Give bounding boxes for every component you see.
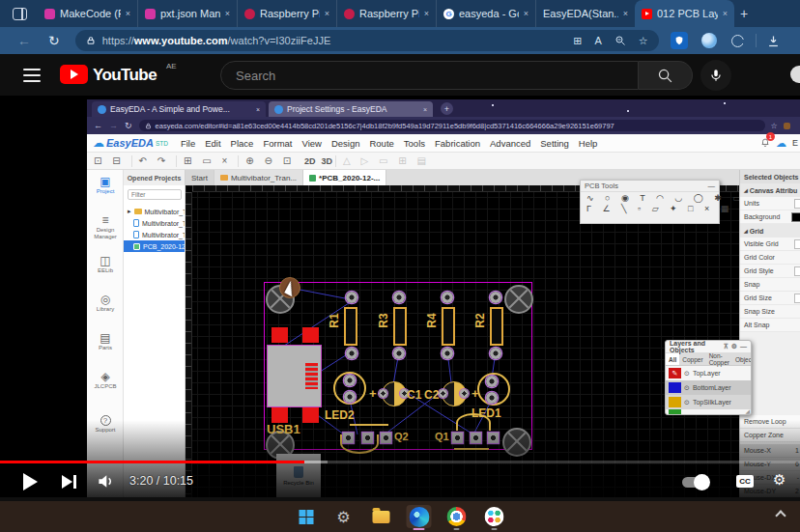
search-input[interactable]: [236, 69, 638, 83]
recorded-address-bar: ← → ↻ easyeda.com/editor#id=a81e63ced00e…: [87, 117, 800, 134]
volume-icon[interactable]: [97, 472, 115, 490]
voice-search-button[interactable]: [700, 60, 731, 91]
rail-item-library: ◎Library: [87, 294, 124, 313]
silkscreen-ref: R1: [328, 313, 341, 327]
raspberry-favicon: [344, 9, 355, 19]
rail-item-design-manager: ≡Design Manager: [87, 214, 124, 240]
downloads-icon[interactable]: [766, 34, 781, 48]
browser-tab-makecode[interactable]: MakeCode (P) ×: [38, 0, 137, 27]
player-controls: 3:20 / 10:15 CC ⚙: [0, 465, 800, 497]
prop-row-grid-style: Grid Style: [740, 265, 800, 278]
microphone-icon: [709, 69, 723, 82]
close-icon[interactable]: ×: [424, 9, 429, 18]
autoplay-toggle[interactable]: [682, 477, 707, 488]
pad: [490, 348, 501, 359]
resistor-footprint: [490, 307, 503, 346]
folder-icon: [220, 175, 228, 181]
next-button[interactable]: [62, 475, 72, 489]
lock-icon: [86, 36, 96, 45]
tab-title: Project Settings - EasyEDA: [287, 104, 386, 114]
browser-tab-google[interactable]: G easyeda - Goo... ×: [436, 0, 535, 27]
browser-tab-pxtjson[interactable]: pxt.json Manu... ×: [137, 0, 237, 27]
close-icon[interactable]: ×: [524, 9, 529, 18]
search-button[interactable]: [639, 61, 693, 90]
eelib-icon: ◫: [87, 255, 124, 267]
youtube-logo-text[interactable]: YouTube: [93, 66, 157, 85]
settings-gear-icon[interactable]: ⚙: [773, 471, 786, 489]
profile-avatar[interactable]: [701, 33, 717, 48]
running-indicator: [492, 528, 498, 530]
project-icon: ▣: [87, 176, 124, 188]
start-button[interactable]: [294, 505, 319, 528]
pad: [460, 389, 469, 398]
tree-schematic-row: Multivibrator_Tr...: [124, 229, 185, 240]
pad: [379, 389, 387, 398]
new-tab-button[interactable]: +: [740, 6, 748, 21]
clipboard-icons: ⊞ ▭ ×: [184, 155, 231, 166]
file-explorer-app[interactable]: [369, 505, 394, 528]
browser-tab-youtube-active[interactable]: 012 PCB Layo... ×: [635, 0, 734, 27]
easyeda-edition: STD: [156, 140, 168, 147]
mounting-hole: [504, 285, 533, 314]
url-field[interactable]: https://www.youtube.com/watch?v=I30ziiFe…: [75, 30, 659, 51]
makecode-favicon: [145, 9, 156, 19]
pad: [490, 292, 501, 303]
settings-app[interactable]: ⚙: [331, 505, 357, 528]
tray-chevron-icon[interactable]: [775, 510, 786, 520]
pad: [442, 348, 453, 359]
play-button[interactable]: [23, 473, 38, 490]
prop-row-background: Background: [740, 210, 800, 224]
close-icon[interactable]: ×: [723, 9, 728, 18]
tab-overview-icon[interactable]: [13, 8, 27, 20]
raspberry-favicon: [244, 9, 255, 19]
layers-tab-copper: Copper: [679, 353, 705, 365]
schematic-doc-icon: [133, 219, 139, 227]
chrome-icon: [447, 507, 467, 526]
zoom-out-icon[interactable]: [614, 35, 626, 46]
split-screen-icon[interactable]: ⊞: [573, 35, 582, 47]
menu-file: File: [181, 138, 195, 149]
close-icon: ×: [256, 106, 260, 113]
usb-pad: [302, 327, 319, 343]
browser-tab-easyeda[interactable]: EasyEDA(Stan... ×: [535, 0, 635, 27]
pcb-doc-icon: [309, 175, 316, 182]
video-player[interactable]: EasyEDA - A Simple and Powe... × Project…: [0, 96, 800, 497]
pad: [346, 292, 357, 303]
polarity-plus: +: [369, 386, 377, 401]
progress-bar[interactable]: [0, 461, 800, 463]
view-3d-button: 3D: [322, 156, 333, 166]
tree-caret-icon: ▸: [128, 208, 131, 215]
browser-tab-raspberry-1[interactable]: Raspberry Pi H... ×: [237, 0, 336, 27]
youtube-logo-icon[interactable]: [60, 65, 88, 84]
tab-title: Raspberry Pi H...: [260, 8, 320, 19]
browser-essentials-icon[interactable]: [731, 35, 744, 47]
value-box: [794, 239, 800, 249]
close-icon[interactable]: ×: [325, 9, 329, 18]
design-manager-icon: ≡: [87, 214, 124, 227]
read-aloud-icon[interactable]: A: [595, 35, 602, 46]
close-icon[interactable]: ×: [126, 9, 130, 18]
chrome-app[interactable]: [444, 505, 470, 528]
edge-app-active[interactable]: [407, 505, 432, 528]
view-2d-button: 2D: [304, 156, 316, 166]
browser-tab-raspberry-2[interactable]: Raspberry Pi D... ×: [336, 0, 436, 27]
slack-app[interactable]: [482, 505, 507, 528]
menu-setting: Setting: [540, 138, 569, 149]
prop-row-units: Units: [740, 197, 800, 210]
easyeda-menubar: ☁ EasyEDA STD File Edit Place Format Vie…: [87, 134, 800, 153]
favorite-star-icon[interactable]: ☆: [639, 35, 648, 47]
close-icon: ×: [423, 106, 427, 113]
shield-lock-icon[interactable]: [671, 32, 688, 49]
search-bar[interactable]: [220, 61, 639, 90]
hamburger-menu-icon[interactable]: [23, 69, 41, 70]
close-icon[interactable]: ×: [623, 9, 628, 18]
back-icon[interactable]: ←: [17, 33, 31, 48]
selected-objects-header: Selected Objects: [740, 170, 800, 183]
pcb-tool-icons-row2: Γ ∠ ╲ ▫ ▱ ✦ □ × ▦: [581, 203, 719, 213]
captions-button[interactable]: CC: [736, 475, 754, 488]
pad: [442, 292, 453, 303]
usb-pin-pads: [305, 363, 318, 389]
refresh-icon[interactable]: ↻: [48, 33, 60, 48]
close-icon[interactable]: ×: [225, 9, 230, 18]
edge-icon: [409, 507, 429, 527]
